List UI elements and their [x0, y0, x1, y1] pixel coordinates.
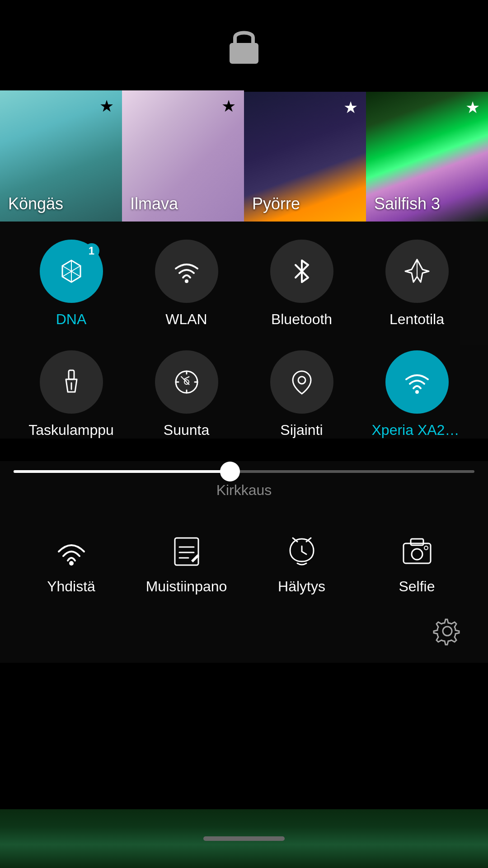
note-icon	[170, 534, 203, 567]
toggle-lentotila[interactable]: Lentotila	[372, 240, 462, 328]
bluetooth-icon	[287, 257, 316, 286]
toggle-circle-suunta	[155, 350, 218, 414]
gear-icon	[433, 617, 462, 646]
slider-fill	[14, 470, 230, 473]
connect-icon	[55, 534, 88, 567]
svg-point-21	[424, 546, 428, 550]
settings-row	[0, 604, 488, 663]
star-ilmava: ★	[221, 97, 236, 116]
svg-rect-0	[230, 43, 258, 64]
brightness-label: Kirkkaus	[14, 482, 474, 499]
toggle-label-taskulamppu: Taskulamppu	[28, 422, 114, 439]
shortcut-label-selfie: Selfie	[399, 578, 435, 595]
toggle-label-dna: DNA	[56, 311, 87, 328]
wallpaper-label-kongas: Köngäs	[8, 194, 63, 213]
star-sailfish: ★	[465, 98, 480, 117]
toggle-label-wlan: WLAN	[165, 311, 207, 328]
flashlight-icon	[57, 368, 86, 396]
compass-icon	[172, 368, 201, 396]
svg-point-20	[412, 549, 422, 560]
brightness-section: Kirkkaus	[0, 461, 488, 517]
svg-point-11	[298, 377, 305, 384]
toggle-dna[interactable]: 1 DNA	[26, 240, 117, 328]
wallpaper-strip: ★ Köngäs ★ Ilmava ★ Pyörre ★ Sailfish 3	[0, 90, 488, 222]
quick-panel: 1 DNA WLAN Bluetooth	[0, 222, 488, 439]
shortcut-label-halytys: Hälytys	[278, 578, 325, 595]
dna-badge: 1	[84, 243, 99, 259]
svg-point-13	[69, 561, 74, 566]
toggle-row-2: Taskulamppu Suunta	[14, 350, 474, 439]
svg-rect-7	[69, 370, 74, 379]
toggle-suunta[interactable]: Suunta	[141, 350, 232, 439]
toggle-label-bluetooth: Bluetooth	[271, 311, 332, 328]
toggle-circle-taskulamppu	[40, 350, 103, 414]
shortcut-icon-yhdista	[51, 530, 92, 571]
toggle-wlan[interactable]: WLAN	[141, 240, 232, 328]
shortcuts-row: Yhdistä Muistiinpano Hälytys	[0, 517, 488, 604]
svg-point-5	[185, 279, 188, 283]
airplane-icon	[403, 257, 432, 286]
svg-rect-14	[175, 538, 198, 565]
toggle-circle-bluetooth	[270, 240, 333, 303]
toggle-xperia[interactable]: Xperia XA2 - Du	[372, 350, 462, 439]
wallpaper-kongas[interactable]: ★ Köngäs	[0, 90, 122, 222]
svg-rect-19	[411, 539, 423, 545]
toggle-circle-xperia	[385, 350, 449, 414]
bottom-bar	[0, 809, 488, 868]
shortcut-halytys[interactable]: Hälytys	[257, 530, 347, 595]
lock-area	[0, 0, 488, 90]
shortcut-icon-selfie	[397, 530, 437, 571]
star-kongas: ★	[99, 97, 114, 116]
toggle-label-sijainti: Sijainti	[280, 422, 323, 439]
lock-icon	[226, 25, 262, 66]
slider-thumb[interactable]	[220, 462, 240, 481]
toggle-circle-wlan	[155, 240, 218, 303]
camera-icon	[401, 534, 433, 567]
wlan-icon	[172, 257, 201, 286]
toggle-label-lentotila: Lentotila	[389, 311, 444, 328]
toggle-bluetooth[interactable]: Bluetooth	[257, 240, 347, 328]
wallpaper-label-pyorre: Pyörre	[252, 194, 300, 213]
toggle-label-xperia: Xperia XA2 - Du	[372, 422, 462, 439]
toggle-circle-lentotila	[385, 240, 449, 303]
wallpaper-ilmava[interactable]: ★ Ilmava	[122, 90, 244, 222]
toggle-label-suunta: Suunta	[164, 422, 209, 439]
svg-point-22	[443, 627, 452, 636]
toggle-circle-sijainti	[270, 350, 333, 414]
wallpaper-sailfish[interactable]: ★ Sailfish 3	[366, 90, 488, 222]
svg-point-12	[415, 390, 419, 394]
shortcut-icon-muistiinpano	[166, 530, 207, 571]
shortcut-selfie[interactable]: Selfie	[372, 530, 462, 595]
dna-icon	[57, 257, 86, 286]
brightness-slider[interactable]	[14, 470, 474, 473]
toggle-taskulamppu[interactable]: Taskulamppu	[26, 350, 117, 439]
shortcut-icon-halytys	[282, 530, 322, 571]
nav-pill	[203, 836, 285, 841]
wifi-icon	[403, 368, 432, 396]
wallpaper-label-ilmava: Ilmava	[130, 194, 178, 213]
shortcut-yhdista[interactable]: Yhdistä	[26, 530, 117, 595]
shortcut-muistiinpano[interactable]: Muistiinpano	[141, 530, 232, 595]
wallpaper-pyorre[interactable]: ★ Pyörre	[244, 90, 366, 222]
alarm-icon	[286, 534, 318, 567]
shortcut-label-yhdista: Yhdistä	[47, 578, 95, 595]
wallpaper-label-sailfish: Sailfish 3	[374, 194, 440, 213]
location-icon	[287, 368, 316, 396]
toggle-row-1: 1 DNA WLAN Bluetooth	[14, 240, 474, 328]
shortcut-label-muistiinpano: Muistiinpano	[146, 578, 227, 595]
toggle-sijainti[interactable]: Sijainti	[257, 350, 347, 439]
toggle-circle-dna: 1	[40, 240, 103, 303]
settings-button[interactable]	[429, 613, 465, 649]
star-pyorre: ★	[343, 98, 358, 117]
